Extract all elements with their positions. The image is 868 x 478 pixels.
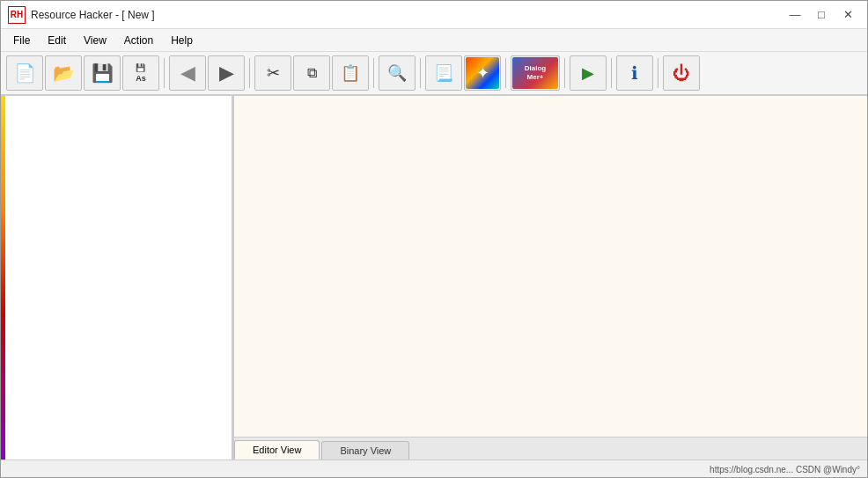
cut-icon: ✂ (267, 63, 280, 83)
add-resource-button[interactable]: ✦ (464, 55, 501, 91)
save-as-button[interactable]: 💾 As (122, 55, 159, 91)
maximize-button[interactable]: □ (809, 5, 834, 25)
new-file-icon: 📄 (14, 63, 36, 84)
menu-help[interactable]: Help (162, 32, 202, 49)
title-text: Resource Hacker - [ New ] (31, 9, 155, 21)
menu-view[interactable]: View (75, 32, 115, 49)
toolbar-sep-1 (164, 58, 165, 88)
save-file-button[interactable]: 💾 (84, 55, 121, 91)
toolbar-sep-5 (505, 58, 506, 88)
minimize-button[interactable]: — (783, 5, 807, 25)
copy-button[interactable]: ⧉ (293, 55, 330, 91)
menu-bar: File Edit View Action Help (1, 29, 867, 52)
menu-file[interactable]: File (4, 32, 39, 49)
status-right: https://blog.csdn.ne... CSDN @Windy° (710, 465, 860, 474)
power-icon: ⏻ (673, 63, 690, 84)
right-panel: Editor View Binary View (234, 96, 867, 460)
title-bar: RH Resource Hacker - [ New ] — □ ✕ (1, 1, 867, 29)
tab-editor-view[interactable]: Editor View (234, 440, 320, 460)
open-file-button[interactable]: 📂 (45, 55, 82, 91)
about-button[interactable]: ℹ (616, 55, 653, 91)
forward-icon: ▶ (219, 62, 234, 85)
paste-icon: 📋 (341, 63, 360, 83)
status-bar: https://blog.csdn.ne... CSDN @Windy° (1, 460, 867, 478)
toolbar-sep-2 (249, 58, 250, 88)
exit-button[interactable]: ⏻ (663, 55, 700, 91)
new-file-button[interactable]: 📄 (6, 55, 43, 91)
new-resource-icon: 📃 (434, 63, 453, 83)
title-left: RH Resource Hacker - [ New ] (8, 6, 155, 24)
toolbar-sep-6 (564, 58, 565, 88)
info-icon: ℹ (631, 63, 638, 84)
title-controls: — □ ✕ (783, 5, 860, 25)
dialog-merge-button[interactable]: DialogMer+ (511, 55, 560, 91)
find-button[interactable]: 🔍 (379, 55, 416, 91)
tab-binary-view[interactable]: Binary View (321, 441, 409, 460)
toolbar: 📄 📂 💾 💾 As ◀ ▶ ✂ ⧉ 📋 🔍 📃 (1, 52, 867, 96)
forward-button[interactable]: ▶ (208, 55, 245, 91)
back-icon: ◀ (180, 62, 195, 85)
add-resource-icon: ✦ (466, 57, 499, 89)
find-icon: 🔍 (387, 63, 407, 83)
run-button[interactable]: ▶ (570, 55, 607, 91)
app-logo: RH (8, 6, 26, 24)
new-resource-button[interactable]: 📃 (425, 55, 462, 91)
save-as-icon: 💾 As (136, 63, 146, 83)
close-button[interactable]: ✕ (835, 5, 860, 25)
save-file-icon: 💾 (92, 63, 114, 84)
back-button[interactable]: ◀ (169, 55, 206, 91)
dialog-merge-icon: DialogMer+ (512, 57, 558, 89)
left-panel (1, 96, 234, 460)
main-area: Editor View Binary View (1, 96, 867, 460)
tab-bar: Editor View Binary View (234, 437, 867, 460)
run-icon: ▶ (582, 63, 594, 83)
menu-action[interactable]: Action (115, 32, 162, 49)
toolbar-sep-7 (611, 58, 612, 88)
toolbar-sep-8 (658, 58, 658, 88)
toolbar-sep-3 (373, 58, 374, 88)
menu-edit[interactable]: Edit (39, 32, 75, 49)
copy-icon: ⧉ (307, 65, 317, 81)
toolbar-sep-4 (420, 58, 421, 88)
open-file-icon: 📂 (53, 63, 75, 84)
paste-button[interactable]: 📋 (332, 55, 369, 91)
cut-button[interactable]: ✂ (254, 55, 291, 91)
editor-area (234, 96, 867, 437)
